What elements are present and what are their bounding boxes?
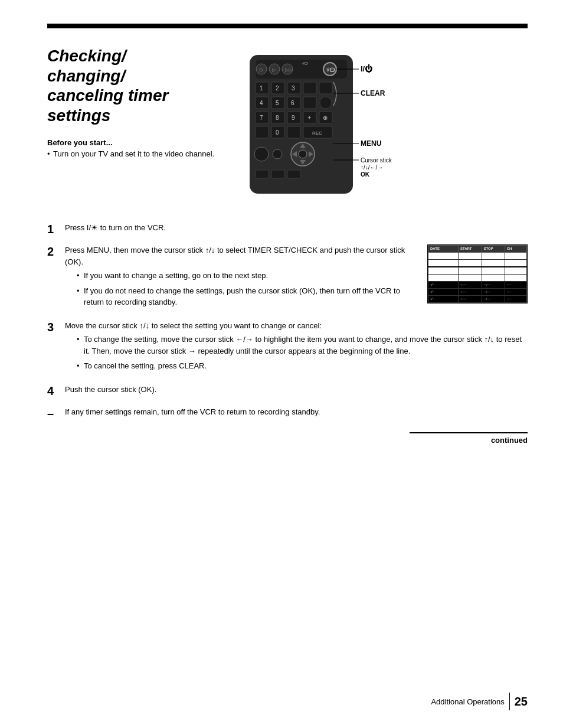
step-4: 4 Push the cursor stick (OK). [47, 384, 528, 398]
svg-point-44 [273, 149, 282, 159]
step-3-sub-2: To cancel the setting, press CLEAR. [77, 360, 528, 372]
cursor-label-line1: Cursor stick [361, 157, 392, 164]
step-3-number: 3 [47, 320, 59, 334]
svg-text:1: 1 [260, 85, 263, 92]
title-section: Checking/ changing/ canceling timer sett… [47, 46, 528, 210]
svg-rect-25 [303, 97, 316, 109]
timer-row-6: -/-- -:--- --:--- -- - [428, 296, 527, 303]
svg-text:7: 7 [260, 115, 263, 121]
note-dash: – [47, 406, 59, 420]
steps-section: 1 Press I/☀ to turn on the VCR. 2 Press … [47, 222, 528, 420]
timer-col-ch: CH [505, 246, 526, 253]
timer-row-4: -/-- -:--- --:--- -- - [428, 282, 527, 289]
remote-diagram: ·/O ⊙ ▷ ▷▷ I/⏻ 1 2 3 [238, 49, 427, 210]
svg-text:8: 8 [276, 115, 279, 121]
svg-text:⊕: ⊕ [323, 115, 328, 121]
step-2-number: 2 [47, 244, 59, 259]
svg-text:▷: ▷ [272, 67, 276, 73]
svg-rect-53 [287, 170, 300, 178]
footer-divider [509, 693, 510, 710]
svg-text:4: 4 [260, 100, 263, 106]
svg-point-26 [320, 97, 332, 109]
step-3-sub: To change the setting, move the cursor s… [77, 334, 528, 372]
timer-row-5: -/-- -:--- --:--- -- - [428, 289, 527, 296]
step-3: 3 Move the cursor stick ↑/↓ to select th… [47, 320, 528, 376]
clear-label: CLEAR [361, 89, 385, 97]
before-start: Before you start... Turn on your TV and … [47, 138, 214, 158]
timer-col-start: START [458, 246, 482, 253]
timer-col-date: DATE [428, 246, 459, 253]
step-3-content: Move the cursor stick ↑/↓ to select the … [65, 320, 528, 376]
svg-text:⊙: ⊙ [259, 67, 263, 73]
io-label: I/⏻ [361, 64, 372, 73]
timer-table: DATE START STOP CH 1/30MU 7:00M [427, 244, 528, 303]
timer-row-3: EVRY MN 0:55N 1:30N 12 P [428, 275, 527, 282]
step-2-inner: Press MENU, then move the cursor stick ↑… [65, 244, 528, 312]
footer-section: Additional Operations [431, 697, 504, 706]
before-start-item: Turn on your TV and set it to the video … [47, 149, 214, 158]
step-1-content: Press I/☀ to turn on the VCR. [65, 222, 528, 236]
timer-row-2: MON-SAT 1:00M 3:00M UHF P [428, 267, 527, 275]
step-1: 1 Press I/☀ to turn on the VCR. [47, 222, 528, 236]
step-2-sub-1: If you want to change a setting, go on t… [77, 270, 415, 282]
svg-rect-40 [287, 126, 300, 138]
continued-label: continued [410, 432, 528, 445]
svg-point-43 [254, 147, 269, 161]
step-4-content: Push the cursor stick (OK). [65, 384, 528, 398]
cursor-label-line2: ↑/↓/←/→ [361, 164, 383, 171]
before-start-title: Before you start... [47, 138, 214, 147]
svg-rect-18 [319, 82, 332, 94]
svg-text:9: 9 [292, 115, 295, 121]
note-content: If any timer settings remain, turn off t… [65, 406, 528, 420]
svg-text:0: 0 [276, 129, 279, 136]
timer-row-0: 1/30MU 7:00M 8:00M 8 P [428, 253, 527, 260]
svg-text:·/O: ·/O [302, 61, 308, 66]
svg-text:2: 2 [276, 85, 279, 92]
top-bar [47, 24, 528, 28]
timer-col-stop: STOP [482, 246, 505, 253]
svg-text:I/⏻: I/⏻ [326, 67, 335, 73]
footer-page: 25 [515, 695, 528, 709]
step-2: 2 Press MENU, then move the cursor stick… [47, 244, 528, 312]
svg-rect-51 [256, 170, 269, 178]
page-container: Checking/ changing/ canceling timer sett… [0, 0, 563, 728]
timer-row-1: 8/2 SU 9:30N 11:15N 60 P [428, 260, 527, 267]
svg-text:REC: REC [312, 130, 322, 136]
step-2-sub-2: If you do not need to change the setting… [77, 285, 415, 308]
remote-svg: ·/O ⊙ ▷ ▷▷ I/⏻ 1 2 3 [238, 49, 427, 208]
svg-text:3: 3 [292, 85, 295, 92]
step-4-number: 4 [47, 384, 59, 398]
step-2-text-block: Press MENU, then move the cursor stick ↑… [65, 244, 415, 312]
note-step: – If any timer settings remain, turn off… [47, 406, 528, 420]
svg-text:5: 5 [276, 100, 279, 106]
svg-rect-17 [303, 82, 316, 94]
svg-text:▷▷: ▷▷ [285, 67, 293, 73]
footer: Additional Operations 25 [431, 693, 528, 710]
step-2-content: Press MENU, then move the cursor stick ↑… [65, 244, 528, 312]
step-3-sub-1: To change the setting, move the cursor s… [77, 334, 528, 357]
svg-rect-37 [256, 126, 269, 138]
svg-rect-52 [271, 170, 284, 178]
page-title: Checking/ changing/ canceling timer sett… [47, 46, 214, 170]
step-1-number: 1 [47, 222, 59, 236]
menu-label: MENU [361, 139, 381, 148]
svg-text:+: + [307, 114, 311, 121]
cursor-label-line3: OK [361, 171, 370, 178]
svg-text:6: 6 [291, 100, 294, 106]
svg-point-50 [299, 150, 307, 158]
step-2-sub: If you want to change a setting, go on t… [77, 270, 415, 308]
